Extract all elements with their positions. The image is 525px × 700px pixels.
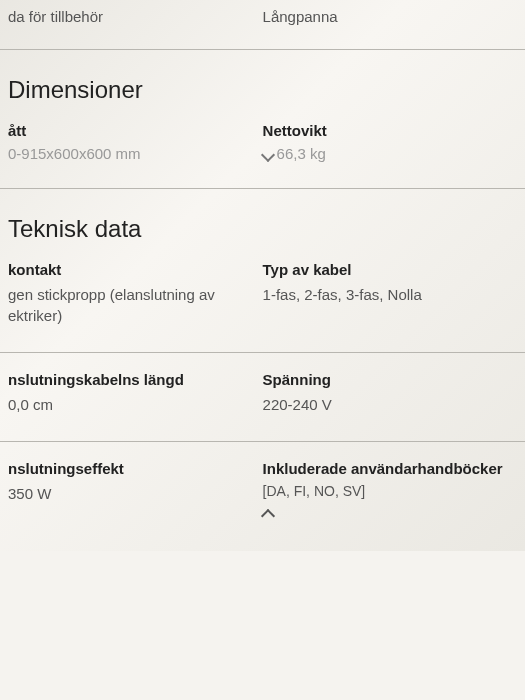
- contact-label: kontakt: [8, 261, 263, 278]
- cable-type-label: Typ av kabel: [263, 261, 505, 278]
- dimensions-section: Dimensioner ått 0-915x600x600 mm Nettovi…: [0, 50, 525, 189]
- dimensions-weight-label: Nettovikt: [263, 122, 505, 139]
- voltage-label: Spänning: [263, 371, 505, 388]
- accessories-label: da för tillbehör: [8, 6, 263, 27]
- collapse-button[interactable]: [263, 505, 505, 525]
- power-label: nslutningseffekt: [8, 460, 263, 477]
- dimensions-weight-value: 66,3 kg: [263, 145, 505, 162]
- dimensions-header: Dimensioner: [8, 68, 505, 104]
- cable-type-value: 1-fas, 2-fas, 3-fas, Nolla: [263, 284, 505, 305]
- dimensions-measure-label: ått: [8, 122, 263, 139]
- chevron-down-icon: [260, 148, 274, 162]
- accessories-value: Långpanna: [263, 6, 505, 27]
- voltage-value: 220-240 V: [263, 394, 505, 415]
- cable-length-label: nslutningskabelns längd: [8, 371, 263, 388]
- contact-value: gen stickpropp (elanslutning av ektriker…: [8, 284, 263, 326]
- manuals-value: [DA, FI, NO, SV]: [263, 483, 505, 499]
- technical-section-row1: Teknisk data kontakt gen stickpropp (ela…: [0, 189, 525, 353]
- accessories-section-partial: da för tillbehör Långpanna: [0, 0, 525, 50]
- technical-header: Teknisk data: [8, 207, 505, 243]
- cable-length-value: 0,0 cm: [8, 394, 263, 415]
- technical-section-row3: nslutningseffekt 350 W Inkluderade använ…: [0, 442, 525, 551]
- chevron-up-icon: [260, 509, 274, 523]
- manuals-label: Inkluderade användarhandböcker: [263, 460, 505, 477]
- technical-section-row2: nslutningskabelns längd 0,0 cm Spänning …: [0, 353, 525, 442]
- dimensions-measure-value: 0-915x600x600 mm: [8, 145, 263, 162]
- power-value: 350 W: [8, 483, 263, 504]
